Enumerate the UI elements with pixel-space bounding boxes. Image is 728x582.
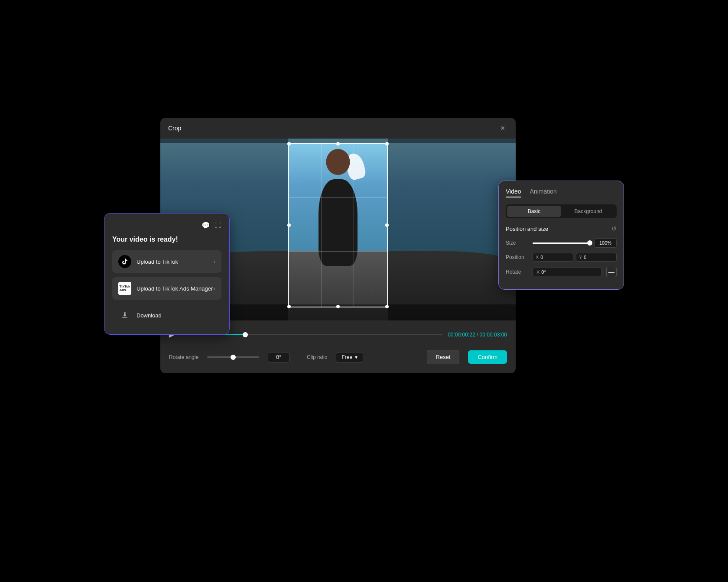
download-label: Download xyxy=(136,312,162,319)
upload-tiktok-button[interactable]: Upload to TikTok › xyxy=(112,250,221,273)
position-y-input[interactable]: Y 0 xyxy=(576,253,617,262)
clip-ratio-label: Clip ratio xyxy=(307,354,327,360)
rotate-x-label: X xyxy=(536,269,540,275)
confirm-button[interactable]: Confirm xyxy=(468,350,507,364)
crop-dialog-title: Crop xyxy=(168,125,181,132)
upload-ads-manager-button[interactable]: TikTokAds Upload to TikTok Ads Manager › xyxy=(112,277,221,300)
position-row: Position X 0 Y 0 xyxy=(506,253,617,262)
position-x-label: X xyxy=(536,255,539,260)
tiktok-chevron-icon: › xyxy=(213,258,215,265)
tab-animation[interactable]: Animation xyxy=(530,188,557,197)
size-slider-thumb[interactable] xyxy=(587,240,592,246)
download-button[interactable]: Download xyxy=(112,304,221,327)
ready-panel: 💬 ⛶ Your video is ready! Upload to TikTo… xyxy=(104,213,230,335)
rotate-x-value: 0° xyxy=(541,269,546,275)
rotate-x-input[interactable]: X 0° xyxy=(533,268,602,276)
ads-manager-icon: TikTokAds xyxy=(118,282,131,295)
position-label: Position xyxy=(506,254,528,260)
props-subtabs: Basic Background xyxy=(506,204,617,218)
crop-handle-bc[interactable] xyxy=(336,305,340,308)
comment-icon[interactable]: 💬 xyxy=(202,221,210,230)
ready-panel-icons: 💬 ⛶ xyxy=(112,221,221,230)
fullscreen-icon[interactable]: ⛶ xyxy=(214,221,221,230)
crop-grid-h2 xyxy=(289,251,387,252)
crop-grid-v1 xyxy=(322,144,322,307)
rotate-slider-track[interactable] xyxy=(207,356,259,358)
props-tabs: Video Animation xyxy=(506,188,617,197)
size-slider-track[interactable] xyxy=(533,242,590,244)
crop-selection[interactable] xyxy=(288,143,388,307)
reset-section-icon[interactable]: ↺ xyxy=(611,225,617,232)
crop-handle-tr[interactable] xyxy=(385,142,389,146)
reset-button[interactable]: Reset xyxy=(427,350,460,364)
scene: Crop × xyxy=(104,96,624,486)
crop-handle-mr[interactable] xyxy=(385,223,389,227)
tab-video[interactable]: Video xyxy=(506,188,521,197)
properties-panel: Video Animation Basic Background Positio… xyxy=(498,181,624,290)
crop-handle-tc[interactable] xyxy=(336,142,340,146)
chevron-down-icon: ▾ xyxy=(355,354,358,360)
timeline-thumb[interactable] xyxy=(243,332,248,337)
size-slider-fill xyxy=(533,242,590,244)
ads-manager-chevron-icon: › xyxy=(213,285,215,292)
position-xy-group: X 0 Y 0 xyxy=(533,253,617,262)
position-y-label: Y xyxy=(579,255,582,260)
clip-ratio-dropdown[interactable]: Free ▾ xyxy=(336,352,363,362)
crop-grid-h1 xyxy=(289,197,387,198)
crop-grid-v2 xyxy=(354,144,354,307)
upload-ads-manager-label: Upload to TikTok Ads Manager xyxy=(136,285,213,292)
rotate-label: Rotate xyxy=(506,269,528,275)
ready-title: Your video is ready! xyxy=(112,236,221,243)
subtab-background[interactable]: Background xyxy=(561,206,615,217)
rotate-row: Rotate X 0° — xyxy=(506,267,617,277)
position-x-value: 0 xyxy=(540,255,543,260)
rotate-minus-button[interactable]: — xyxy=(606,267,617,277)
tiktok-icon xyxy=(118,255,131,268)
crop-overlay-right xyxy=(388,139,516,320)
upload-tiktok-label: Upload to TikTok xyxy=(136,259,213,265)
position-y-value: 0 xyxy=(584,255,586,260)
download-icon xyxy=(118,309,131,322)
rotate-angle-label: Rotate angle xyxy=(169,354,198,360)
time-display: 00:00:00:22 / 00:00:03:00 xyxy=(448,332,507,338)
section-title: Position and size xyxy=(506,226,548,232)
size-label: Size xyxy=(506,240,528,246)
crop-handle-ml[interactable] xyxy=(287,223,291,227)
crop-handle-tl[interactable] xyxy=(287,142,291,146)
position-x-input[interactable]: X 0 xyxy=(533,253,573,262)
crop-handle-bl[interactable] xyxy=(287,305,291,308)
subtab-basic[interactable]: Basic xyxy=(507,206,561,217)
section-header: Position and size ↺ xyxy=(506,225,617,232)
rotate-slider-thumb[interactable] xyxy=(231,355,236,360)
rotate-angle-input[interactable]: 0° xyxy=(268,352,289,362)
size-value[interactable]: 100% xyxy=(594,238,617,248)
bottom-controls: Rotate angle 0° Clip ratio Free ▾ Reset … xyxy=(160,341,516,373)
close-button[interactable]: × xyxy=(497,123,508,133)
crop-handle-br[interactable] xyxy=(385,305,389,308)
size-row: Size 100% xyxy=(506,238,617,248)
crop-titlebar: Crop × xyxy=(160,118,516,139)
